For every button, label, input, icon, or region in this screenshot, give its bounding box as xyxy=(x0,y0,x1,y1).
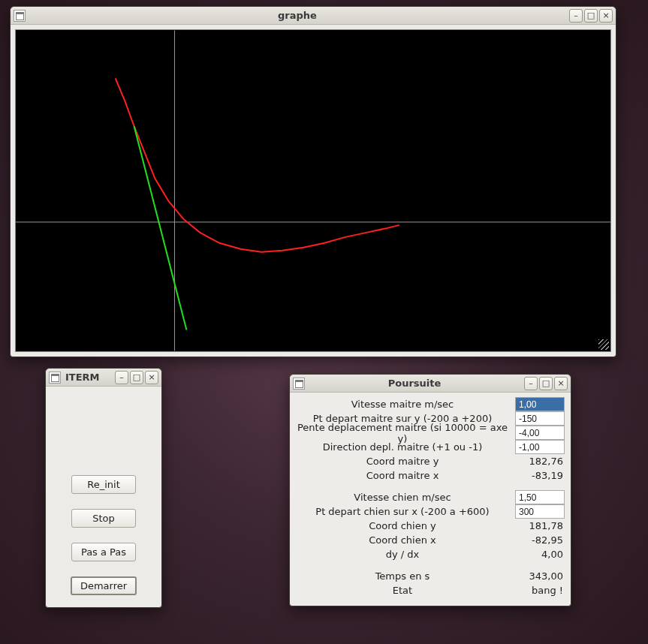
demarrer-button[interactable]: Demarrer xyxy=(71,576,137,595)
label-etat: Etat xyxy=(294,585,515,596)
label-pdc: Pt depart chien sur x (-200 a +600) xyxy=(294,506,515,517)
poursuite-panel: Vitesse maitre m/sec Pt depart maitre su… xyxy=(290,393,571,605)
maximize-button[interactable]: □ xyxy=(539,377,553,390)
label-pente: Pente deplacement maitre (si 10000 = axe… xyxy=(294,422,515,444)
value-ccx: -82,95 xyxy=(515,534,565,546)
pas-a-pas-button[interactable]: Pas a Pas xyxy=(71,543,136,561)
minimize-button[interactable]: – xyxy=(524,377,538,390)
input-pdc[interactable] xyxy=(515,504,565,519)
curve-chien xyxy=(116,78,399,251)
label-vc: Vitesse chien m/sec xyxy=(294,492,515,503)
window-poursuite: Poursuite – □ × Vitesse maitre m/sec Pt … xyxy=(289,374,571,606)
value-ccy: 181,78 xyxy=(515,520,565,531)
value-temps: 343,00 xyxy=(515,570,565,582)
chart-canvas xyxy=(15,29,611,352)
input-dir[interactable] xyxy=(515,440,565,454)
value-dydx: 4,00 xyxy=(515,549,565,560)
input-vm[interactable] xyxy=(515,397,565,411)
label-cmx: Coord maitre x xyxy=(294,470,515,481)
resize-grip-icon[interactable] xyxy=(598,339,609,350)
input-vc[interactable] xyxy=(515,490,565,504)
stop-button[interactable]: Stop xyxy=(71,509,136,528)
titlebar-poursuite[interactable]: Poursuite – □ × xyxy=(290,375,571,393)
value-cmx: -83,19 xyxy=(515,470,565,481)
minimize-button[interactable]: – xyxy=(115,371,128,384)
input-pdm[interactable] xyxy=(515,411,565,426)
label-cmy: Coord maitre y xyxy=(294,456,515,467)
maximize-button[interactable]: □ xyxy=(130,371,143,384)
close-button[interactable]: × xyxy=(145,371,158,384)
titlebar-graphe[interactable]: graphe – □ × xyxy=(11,7,616,25)
value-cmy: 182,76 xyxy=(515,456,565,467)
close-button[interactable]: × xyxy=(554,377,568,390)
app-icon xyxy=(14,10,26,22)
reinit-button[interactable]: Re_init xyxy=(71,475,136,494)
label-dir: Direction depl. maitre (+1 ou -1) xyxy=(294,441,515,453)
window-title: graphe xyxy=(29,10,566,21)
window-title: ITERM xyxy=(64,372,112,383)
chart-svg xyxy=(16,30,610,351)
input-pente[interactable] xyxy=(515,426,565,440)
window-iterm: ITERM – □ × Re_init Stop Pas a Pas Demar… xyxy=(45,368,162,608)
label-dydx: dy / dx xyxy=(294,549,515,560)
app-icon xyxy=(49,372,61,384)
titlebar-iterm[interactable]: ITERM – □ × xyxy=(46,369,161,387)
line-maitre xyxy=(134,126,187,330)
value-etat: bang ! xyxy=(515,585,565,596)
label-ccx: Coord chien x xyxy=(294,534,515,546)
minimize-button[interactable]: – xyxy=(569,9,583,23)
iterm-panel: Re_init Stop Pas a Pas Demarrer xyxy=(46,387,161,603)
app-icon xyxy=(293,378,305,390)
label-vm: Vitesse maitre m/sec xyxy=(294,399,515,410)
window-graphe: graphe – □ × xyxy=(10,6,616,357)
label-ccy: Coord chien y xyxy=(294,520,515,531)
maximize-button[interactable]: □ xyxy=(584,9,598,23)
label-temps: Temps en s xyxy=(294,570,515,582)
close-button[interactable]: × xyxy=(599,9,613,23)
window-title: Poursuite xyxy=(308,378,521,389)
